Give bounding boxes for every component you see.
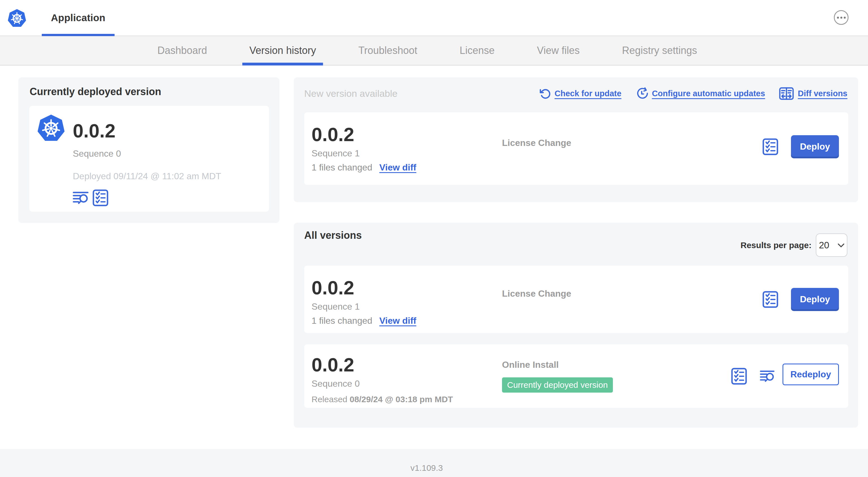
preflight-checks-button[interactable] [763, 291, 778, 308]
app-tab[interactable]: Application [42, 0, 115, 35]
subnav: Dashboard Version history Troubleshoot L… [0, 36, 868, 65]
deployed-version-number: 0.0.2 [73, 121, 221, 140]
new-version-header: New version available Check for update C… [304, 87, 848, 100]
active-tab-underline [242, 63, 323, 65]
redeploy-button[interactable]: Redeploy [782, 363, 839, 385]
admin-console-page: Application Dashboard Version history Tr… [0, 0, 868, 477]
results-per-page: Results per page: 20 [740, 233, 848, 257]
page-footer: v1.109.3 [0, 449, 868, 477]
main-content: Currently deployed version 0.0.2 Sequenc… [0, 65, 868, 477]
app-icon [37, 114, 65, 142]
tab-version-history[interactable]: Version history [242, 36, 323, 65]
version-source-label: License Change [502, 289, 571, 299]
diff-icon [779, 87, 794, 100]
tab-license[interactable]: License [453, 36, 502, 65]
version-source-label: License Change [502, 138, 571, 148]
version-actions: Deploy [763, 135, 839, 158]
version-status: License Change [502, 138, 763, 148]
chevron-down-icon [838, 242, 844, 248]
version-number: 0.0.2 [312, 355, 502, 374]
console-version: v1.109.3 [410, 463, 443, 473]
files-changed-row: 1 files changed View diff [312, 315, 502, 326]
version-released: Released 08/29/24 @ 03:18 pm MDT [312, 394, 502, 405]
tab-registry-settings[interactable]: Registry settings [615, 36, 704, 65]
deployed-timestamp: Deployed 09/11/24 @ 11:02 am MDT [73, 171, 221, 181]
currently-deployed-title: Currently deployed version [30, 86, 268, 98]
check-for-update-link[interactable]: Check for update [539, 88, 621, 99]
app-tab-label: Application [51, 12, 105, 23]
version-actions: Deploy [763, 288, 839, 311]
version-info: 0.0.2 Sequence 0 Released 08/29/24 @ 03:… [312, 344, 502, 405]
version-status: License Change [502, 289, 763, 299]
version-sequence: Sequence 1 [312, 148, 502, 159]
currently-deployed-card: 0.0.2 Sequence 0 Deployed 09/11/24 @ 11:… [29, 106, 269, 212]
rotate-ccw-icon [539, 88, 551, 99]
configure-automatic-updates-link[interactable]: Configure automatic updates [636, 87, 765, 100]
view-diff-link[interactable]: View diff [379, 315, 416, 326]
results-per-page-label: Results per page: [740, 240, 812, 250]
files-changed-text: 1 files changed [312, 315, 372, 326]
version-source-label: Online Install [502, 360, 731, 370]
version-status: Online Install Currently deployed versio… [502, 360, 731, 393]
tab-view-files[interactable]: View files [530, 36, 587, 65]
files-changed-row: 1 files changed View diff [312, 162, 502, 173]
deploy-button[interactable]: Deploy [791, 135, 839, 158]
preflight-checks-button[interactable] [93, 189, 108, 206]
diff-versions-link[interactable]: Diff versions [779, 87, 847, 100]
version-number: 0.0.2 [312, 125, 502, 144]
results-per-page-select[interactable]: 20 [816, 233, 847, 257]
preflight-checks-button[interactable] [763, 138, 778, 155]
new-version-card: 0.0.2 Sequence 1 1 files changed View di… [304, 112, 848, 185]
currently-deployed-badge: Currently deployed version [502, 377, 613, 393]
app-tab-active-underline [42, 34, 115, 36]
auto-update-icon [636, 87, 648, 100]
currently-deployed-panel: Currently deployed version 0.0.2 Sequenc… [18, 77, 279, 223]
tab-troubleshoot[interactable]: Troubleshoot [351, 36, 425, 65]
version-row: 0.0.2 Sequence 1 1 files changed View di… [304, 266, 848, 333]
version-row: 0.0.2 Sequence 0 Released 08/29/24 @ 03:… [304, 344, 848, 408]
overflow-menu-button[interactable] [834, 10, 848, 25]
kubernetes-logo-icon [8, 8, 26, 28]
all-versions-panel: All versions Results per page: 20 0.0.2 … [294, 223, 858, 427]
view-logs-button[interactable] [73, 191, 89, 204]
ellipsis-dot-icon [844, 17, 846, 19]
tab-dashboard[interactable]: Dashboard [150, 36, 214, 65]
view-diff-link[interactable]: View diff [379, 162, 416, 173]
view-logs-button[interactable] [760, 370, 775, 383]
version-info: 0.0.2 Sequence 1 1 files changed View di… [312, 266, 502, 326]
deployed-version-info: 0.0.2 Sequence 0 Deployed 09/11/24 @ 11:… [73, 121, 221, 204]
version-number: 0.0.2 [312, 278, 502, 297]
deployed-sequence: Sequence 0 [73, 148, 221, 159]
version-sequence: Sequence 0 [312, 378, 502, 389]
deploy-button[interactable]: Deploy [791, 288, 839, 311]
subnav-tabs: Dashboard Version history Troubleshoot L… [136, 36, 718, 65]
results-per-page-value: 20 [819, 240, 829, 251]
new-version-panel: New version available Check for update C… [294, 77, 858, 202]
deployed-actions [73, 189, 221, 206]
ellipsis-dot-icon [840, 17, 842, 19]
app-header: Application [0, 0, 868, 36]
ellipsis-dot-icon [837, 17, 839, 19]
all-versions-header: All versions Results per page: 20 [304, 231, 848, 257]
new-version-actions: Check for update Configure automatic upd… [539, 87, 847, 100]
version-info: 0.0.2 Sequence 1 1 files changed View di… [312, 112, 502, 173]
new-version-title: New version available [304, 87, 398, 100]
version-actions: Redeploy [731, 365, 839, 387]
version-sequence: Sequence 1 [312, 301, 502, 312]
all-versions-title: All versions [304, 230, 362, 241]
preflight-checks-button[interactable] [731, 368, 747, 385]
files-changed-text: 1 files changed [312, 162, 372, 173]
